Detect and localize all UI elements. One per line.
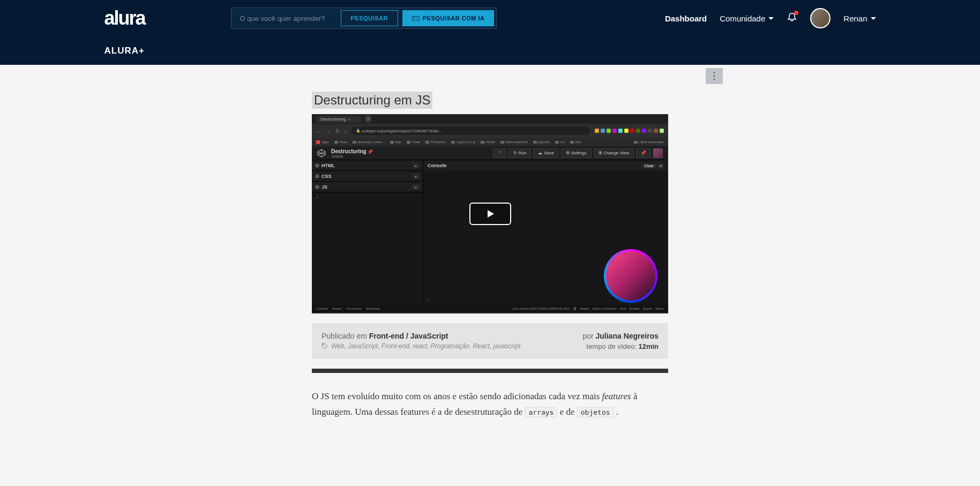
nav-right: Dashboard Comunidade Renan bbox=[665, 8, 876, 28]
main-header: alura PESQUISAR PESQUISAR COM IA Dashboa… bbox=[0, 0, 980, 36]
subheader: ALURA+ bbox=[0, 36, 980, 65]
paragraph: O JS tem evoluído muito com os anos e es… bbox=[312, 389, 668, 420]
logo[interactable]: alura bbox=[104, 7, 145, 29]
svg-point-5 bbox=[713, 79, 715, 80]
article-body: O JS tem evoluído muito com os anos e es… bbox=[312, 389, 668, 420]
main-content: Destructuring em JS Destructuring × + ←→… bbox=[104, 65, 876, 420]
bookmarks-bar: Apps Alura javascript o serel... later C… bbox=[312, 138, 668, 146]
avatar[interactable] bbox=[810, 8, 831, 28]
svg-point-3 bbox=[713, 72, 715, 74]
svg-point-2 bbox=[417, 18, 418, 19]
close-icon: × bbox=[348, 117, 351, 122]
codepen-header: Destructuring 📌 Juliana ♡ ↻Run ☁Save ⚙Se… bbox=[312, 146, 668, 160]
divider bbox=[312, 369, 668, 373]
user-menu[interactable]: Renan bbox=[843, 14, 876, 23]
comunidade-link[interactable]: Comunidade bbox=[720, 14, 774, 23]
heart-button: ♡ bbox=[493, 148, 506, 158]
search-input[interactable] bbox=[231, 8, 339, 28]
search-button[interactable]: PESQUISAR bbox=[341, 10, 398, 26]
video-player[interactable]: Destructuring × + ←→↻⌂ 🔒 codepen.io/juun… bbox=[312, 114, 668, 313]
codepen-avatar bbox=[653, 148, 663, 158]
css-panel-header: CSS⌄ bbox=[312, 171, 423, 182]
dashboard-link[interactable]: Dashboard bbox=[665, 14, 707, 23]
meta-box: Publicado em Front-end / JavaScript Web,… bbox=[312, 323, 668, 359]
codepen-footer: ConsoleAssetsCommentsShortcuts Last save… bbox=[312, 305, 668, 312]
notification-dot bbox=[794, 11, 798, 15]
tag-icon bbox=[321, 343, 328, 349]
play-icon bbox=[485, 209, 495, 219]
close-icon: × bbox=[657, 163, 664, 168]
search-container: PESQUISAR PESQUISAR COM IA bbox=[231, 8, 497, 29]
save-button: ☁Save bbox=[533, 148, 558, 158]
page-title: Destructuring em JS bbox=[312, 92, 432, 109]
ai-icon bbox=[412, 16, 420, 21]
codepen-icon bbox=[317, 149, 326, 158]
js-editor: 1 bbox=[312, 192, 423, 305]
search-wrap: PESQUISAR PESQUISAR COM IA bbox=[231, 8, 497, 29]
play-button[interactable] bbox=[469, 203, 511, 225]
pin-icon: 📌 bbox=[368, 149, 373, 154]
notifications-button[interactable] bbox=[787, 12, 797, 25]
svg-point-1 bbox=[414, 18, 415, 19]
search-ai-button[interactable]: PESQUISAR COM IA bbox=[402, 10, 495, 26]
subheader-title: ALURA+ bbox=[104, 46, 876, 56]
pin-button: 📌 bbox=[636, 148, 651, 158]
browser-nav-icons: ←→↻⌂ bbox=[316, 128, 347, 134]
author-line: por Juliana Negreiros bbox=[582, 332, 659, 340]
svg-point-6 bbox=[323, 344, 324, 345]
chevron-down-icon bbox=[768, 17, 774, 20]
presenter-avatar bbox=[604, 249, 657, 303]
tags-row: Web, JavaScript, Front-end, react, Progr… bbox=[321, 342, 582, 350]
dots-vertical-icon bbox=[713, 72, 715, 80]
js-panel-header: JS⌄ bbox=[312, 182, 423, 192]
chevron-down-icon bbox=[871, 17, 876, 20]
svg-point-4 bbox=[713, 76, 715, 77]
published-in: Publicado em Front-end / JavaScript bbox=[321, 332, 582, 340]
change-view-button: ⊞Change View bbox=[594, 148, 634, 158]
console-header: Console Clear × bbox=[423, 160, 668, 171]
browser-chrome: Destructuring × + ←→↻⌂ 🔒 codepen.io/juun… bbox=[312, 114, 668, 138]
html-panel-header: HTML⌄ bbox=[312, 160, 423, 171]
url-bar: 🔒 codepen.io/juunegreiros/pen/LYGMOBY?ed… bbox=[351, 126, 590, 135]
svg-rect-0 bbox=[412, 17, 420, 21]
new-tab-button: + bbox=[364, 115, 372, 123]
run-button: ↻Run bbox=[508, 148, 532, 158]
more-menu-button[interactable] bbox=[706, 68, 723, 84]
settings-button: ⚙Settings bbox=[561, 148, 592, 158]
extension-icons bbox=[595, 129, 664, 133]
browser-tab: Destructuring × bbox=[316, 116, 361, 123]
clear-button: Clear bbox=[641, 163, 656, 168]
video-time: tempo de vídeo: 12min bbox=[582, 342, 659, 350]
